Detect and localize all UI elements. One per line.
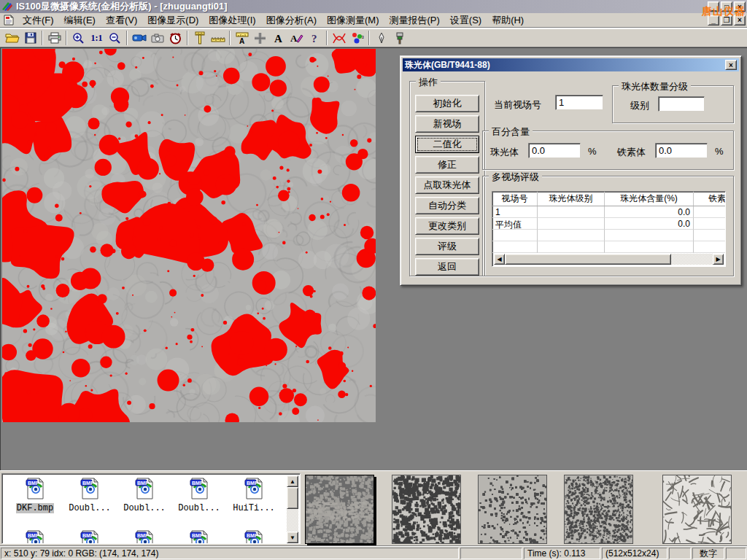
scrollbar-thumb[interactable] [287, 487, 298, 509]
rate-button[interactable]: 评级 [415, 238, 479, 255]
pen-tool-icon[interactable] [372, 30, 390, 46]
close-button[interactable]: × [734, 1, 746, 12]
current-field-label: 当前视场号 [494, 98, 541, 112]
document-icon[interactable] [3, 15, 15, 26]
caliper-icon[interactable] [190, 30, 209, 46]
thumbnail-1[interactable] [305, 475, 374, 544]
menu-help[interactable]: 帮助(H) [487, 12, 529, 28]
pick-pearlite-button[interactable]: 点取珠光体 [415, 176, 479, 194]
scroll-right-icon[interactable]: ▶ [713, 254, 724, 265]
table-row[interactable]: 平均值 0.0 [492, 218, 725, 230]
timer-clock-icon[interactable] [166, 30, 185, 46]
scroll-down-icon[interactable]: ▼ [287, 532, 298, 543]
menu-image-analysis[interactable]: 图像分析(A) [261, 12, 322, 28]
toolbar-separator [42, 31, 43, 45]
svg-text:3: 3 [361, 35, 364, 39]
brush-tool-icon[interactable] [390, 30, 409, 46]
auto-classify-button[interactable]: 自动分类 [415, 197, 479, 214]
table-horizontal-scrollbar[interactable]: ◀ ▶ [494, 254, 724, 265]
curve-tool-icon[interactable] [330, 30, 348, 46]
text-label-icon[interactable]: A [269, 30, 287, 46]
scale-calibration-icon[interactable]: A [233, 30, 251, 46]
ferrite-percent-input[interactable] [655, 143, 708, 158]
help-icon[interactable]: ? [306, 30, 324, 46]
file-item-partial[interactable]: BMP [230, 529, 278, 544]
thumbnail-5[interactable] [662, 475, 732, 544]
zoom-in-icon[interactable] [69, 30, 88, 46]
menu-bar: 文件(F) 编辑(E) 查看(V) 图像显示(D) 图像处理(I) 图像分析(A… [0, 13, 747, 28]
file-item-partial[interactable]: BMP [175, 529, 223, 544]
minimize-button[interactable]: _ [708, 1, 719, 12]
file-name: HuiTi... [232, 503, 276, 513]
table-header-row: 视场号 珠光体级别 珠光体含量(%) 铁素体含量(%) [492, 192, 725, 206]
menu-settings[interactable]: 设置(S) [445, 12, 487, 28]
multifield-table[interactable]: 视场号 珠光体级别 珠光体含量(%) 铁素体含量(%) 1 0.0 平均值 0.… [492, 191, 726, 267]
init-button[interactable]: 初始化 [415, 95, 479, 112]
new-field-button[interactable]: 新视场 [415, 115, 479, 133]
open-folder-icon[interactable] [3, 30, 21, 46]
cursor-coordinates: x: 510 y: 79 idx: 0 RGB: (174, 174, 174) [1, 548, 459, 559]
svg-text:?: ? [311, 33, 317, 44]
grade-input[interactable] [658, 96, 705, 112]
actual-size-icon[interactable]: 1:1 [88, 30, 106, 46]
return-button[interactable]: 返回 [415, 258, 479, 276]
correct-button[interactable]: 修正 [415, 156, 479, 174]
file-item[interactable]: BMP Doubl... [175, 477, 223, 513]
video-camera-icon[interactable] [130, 30, 148, 46]
menu-edit[interactable]: 编辑(E) [59, 12, 101, 28]
thumbnail-4[interactable] [564, 475, 633, 544]
menu-measure-report[interactable]: 测量报告(P) [384, 12, 444, 28]
cell-pearlite: 0.0 [605, 218, 694, 230]
menu-file[interactable]: 文件(F) [18, 12, 59, 28]
svg-text:BMP: BMP [28, 481, 39, 486]
file-item-partial[interactable]: BMP [66, 529, 114, 544]
zoom-out-icon[interactable] [106, 30, 124, 46]
maximize-button[interactable]: □ [721, 1, 732, 12]
file-item[interactable]: BMP Doubl... [66, 477, 114, 513]
text-edit-icon[interactable]: A [287, 30, 306, 46]
save-floppy-icon[interactable] [21, 30, 39, 46]
cell-ferrite [694, 218, 726, 230]
binarize-button[interactable]: 二值化 [415, 136, 479, 153]
menu-image-measure[interactable]: 图像测量(M) [322, 12, 384, 28]
menu-image-display[interactable]: 图像显示(D) [142, 12, 204, 28]
thumbnail-3[interactable] [478, 475, 547, 544]
pearlite-percent-input[interactable] [528, 143, 581, 158]
scrollbar-track[interactable] [671, 254, 713, 265]
menu-view[interactable]: 查看(V) [101, 12, 142, 28]
print-icon[interactable] [45, 30, 63, 46]
bmp-file-icon: BMP [23, 477, 47, 500]
micrograph-image[interactable] [2, 49, 376, 422]
thumbnail-2[interactable] [392, 475, 461, 544]
file-list-scrollbar[interactable]: ▲ ▼ [287, 475, 298, 543]
svg-text:BMP: BMP [82, 481, 94, 486]
file-item[interactable]: BMP DKF.bmp [11, 477, 59, 513]
dialog-close-icon[interactable]: × [725, 60, 737, 70]
photo-camera-icon[interactable] [148, 30, 166, 46]
change-class-button[interactable]: 更改类别 [415, 217, 479, 235]
file-browser[interactable]: BMP DKF.bmp BMP Doubl... BMP Doubl... [1, 473, 301, 544]
ruler-icon[interactable] [209, 30, 227, 46]
cell-field-no: 平均值 [492, 218, 538, 230]
scroll-up-icon[interactable]: ▲ [287, 475, 298, 487]
class-points-icon[interactable]: 3 [348, 30, 366, 46]
percent-group: 百分含量 珠光体 % 铁素体 % [482, 131, 734, 170]
scrollbar-thumb[interactable] [505, 254, 671, 265]
col-ferrite-content: 铁素体含量(%) [694, 192, 726, 206]
menu-image-processing[interactable]: 图像处理(I) [204, 12, 260, 28]
file-item-partial[interactable]: BMP [11, 529, 59, 544]
pearlite-percent-sign: % [588, 146, 597, 157]
file-item-partial[interactable]: BMP [120, 529, 169, 544]
mdi-close-button[interactable]: × [734, 15, 746, 26]
file-item[interactable]: BMP Doubl... [120, 477, 169, 513]
file-item[interactable]: BMP HuiTi... [230, 477, 278, 513]
dialog-title-bar[interactable]: 珠光体(GB/T9441-88) × [403, 58, 739, 71]
table-row[interactable]: 1 0.0 [492, 206, 725, 218]
current-field-input[interactable] [555, 95, 603, 110]
scroll-left-icon[interactable]: ◀ [494, 254, 505, 265]
mdi-minimize-button[interactable]: _ [708, 15, 719, 26]
grading-group-label: 珠光体数量分级 [619, 80, 691, 93]
grid-tool-icon[interactable] [251, 30, 269, 46]
status-mode: 数字 [692, 548, 724, 559]
mdi-restore-button[interactable]: ❐ [721, 15, 732, 26]
